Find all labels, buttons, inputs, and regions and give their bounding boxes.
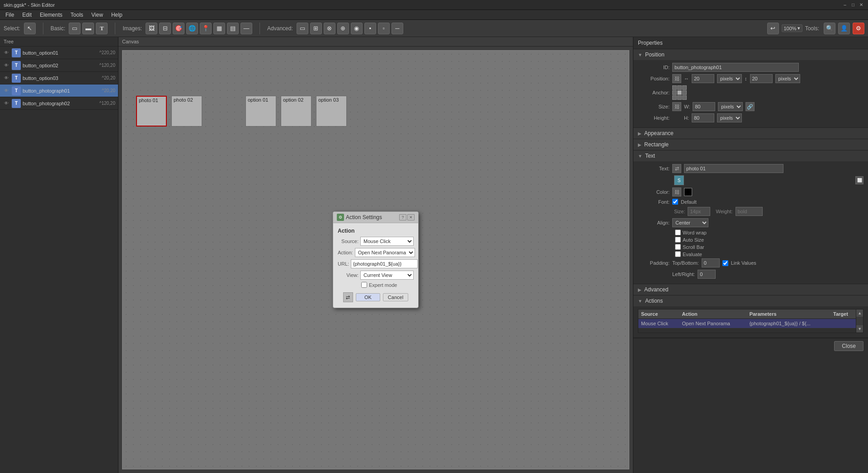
evaluate-checkbox[interactable]: [675, 251, 681, 257]
scroll-bar-checkbox[interactable]: [675, 244, 681, 250]
actions-scroll-down[interactable]: ▼: [856, 325, 863, 333]
tool-search-btn[interactable]: 🔍: [824, 23, 835, 34]
width-unit-select[interactable]: pixels: [718, 102, 743, 111]
anchor-tc[interactable]: [677, 85, 682, 90]
basic-btn-1[interactable]: ▭: [69, 23, 80, 34]
actions-scroll-up[interactable]: ▲: [856, 309, 863, 317]
position-link-icon[interactable]: ⛓: [672, 74, 681, 83]
basic-btn-2[interactable]: ▬: [82, 23, 94, 34]
anchor-mc[interactable]: [677, 90, 682, 95]
position-section-header[interactable]: ▼ Position: [633, 49, 868, 60]
adv-btn-7[interactable]: ▫: [378, 23, 390, 34]
dialog-view-select[interactable]: Current View New Window: [360, 271, 414, 280]
text-align-icon[interactable]: ⬜: [855, 176, 863, 184]
height-unit-select[interactable]: pixels: [717, 113, 742, 122]
img-btn-1[interactable]: 🖼: [146, 23, 157, 34]
menu-help[interactable]: Help: [108, 11, 126, 19]
anchor-bc[interactable]: [677, 95, 682, 100]
minimize-button[interactable]: –: [842, 1, 848, 8]
appearance-section-header[interactable]: ▶ Appearance: [633, 128, 868, 139]
dialog-help-button[interactable]: ?: [399, 214, 406, 220]
id-input[interactable]: [672, 63, 799, 72]
adv-btn-2[interactable]: ⊞: [310, 23, 322, 34]
link-values-checkbox[interactable]: [722, 260, 728, 266]
left-right-input[interactable]: [698, 270, 716, 279]
adv-btn-5[interactable]: ◉: [351, 23, 363, 34]
width-input[interactable]: [693, 102, 715, 111]
height-input[interactable]: [692, 113, 714, 122]
img-btn-2[interactable]: ⊟: [159, 23, 171, 34]
tool-user-btn[interactable]: 👤: [838, 23, 850, 34]
img-btn-4[interactable]: 🌐: [186, 23, 198, 34]
dialog-expert-checkbox[interactable]: [361, 282, 367, 288]
menu-file[interactable]: File: [2, 11, 18, 19]
dialog-share-button[interactable]: ⇄: [343, 292, 353, 302]
anchor-mr[interactable]: [682, 90, 687, 95]
anchor-br[interactable]: [682, 95, 687, 100]
advanced-section-header[interactable]: ▶ Advanced: [633, 284, 868, 295]
tree-item-4[interactable]: 👁 T button_photograph02 ^120,20: [0, 97, 118, 110]
align-select[interactable]: Center Left Right: [672, 218, 708, 227]
action-row-0[interactable]: Mouse Click Open Next Panorama {photogra…: [638, 319, 856, 328]
img-btn-3[interactable]: 🎯: [173, 23, 184, 34]
font-weight-input[interactable]: [736, 207, 763, 216]
dialog-close-button[interactable]: ✕: [407, 214, 415, 220]
menu-elements[interactable]: Elements: [36, 11, 66, 19]
adv-btn-1[interactable]: ▭: [297, 23, 308, 34]
tree-item-3[interactable]: 👁 T button_photograph01 ^20,20: [0, 84, 118, 97]
img-btn-7[interactable]: ▤: [227, 23, 239, 34]
anchor-tl[interactable]: [672, 85, 677, 90]
rectangle-section-header[interactable]: ▶ Rectangle: [633, 139, 868, 150]
color-link-icon[interactable]: ⛓: [672, 187, 681, 197]
dialog-source-select[interactable]: Mouse Click Mouse Over Mouse Out: [360, 237, 414, 246]
img-btn-8[interactable]: —: [241, 23, 252, 34]
close-button[interactable]: ✕: [858, 1, 864, 8]
auto-size-checkbox[interactable]: [675, 237, 681, 243]
aspect-ratio-icon[interactable]: 🔗: [745, 102, 755, 111]
zoom-chevron[interactable]: ▾: [797, 25, 800, 31]
size-link-icon[interactable]: ⛓: [672, 102, 681, 111]
font-size-input[interactable]: [688, 207, 710, 216]
tree-item-1[interactable]: 👁 T button_option02 ^120,20: [0, 59, 118, 72]
undo-button[interactable]: ↩: [767, 23, 779, 34]
action-row-1[interactable]: [638, 328, 856, 333]
img-btn-5[interactable]: 📍: [200, 23, 212, 34]
maximize-button[interactable]: □: [850, 1, 856, 8]
anchor-ml[interactable]: [672, 90, 677, 95]
zoom-control[interactable]: 100% ▾: [782, 24, 802, 32]
top-bottom-input[interactable]: [702, 258, 720, 267]
adv-btn-4[interactable]: ⊕: [337, 23, 349, 34]
y-input[interactable]: [750, 74, 773, 83]
dialog-cancel-button[interactable]: Cancel: [383, 293, 408, 301]
adv-btn-3[interactable]: ⊗: [324, 23, 335, 34]
dialog-url-input[interactable]: [351, 259, 418, 268]
anchor-grid[interactable]: [672, 85, 687, 100]
dialog-action-select[interactable]: Open Next Panorama Open URL Play Sound: [355, 248, 415, 257]
x-unit-select[interactable]: pixels: [717, 74, 742, 83]
text-share-icon[interactable]: ⇄: [672, 164, 681, 173]
tool-extra-btn[interactable]: ⚙: [853, 23, 864, 34]
x-input[interactable]: [692, 74, 714, 83]
word-wrap-checkbox[interactable]: [675, 229, 681, 235]
anchor-bl[interactable]: [672, 95, 677, 100]
color-swatch[interactable]: [684, 188, 692, 196]
text-value-input[interactable]: [684, 164, 783, 173]
basic-btn-3[interactable]: T: [96, 23, 108, 34]
menu-tools[interactable]: Tools: [67, 11, 87, 19]
adv-btn-6[interactable]: ▪: [364, 23, 376, 34]
close-button[interactable]: Close: [834, 341, 863, 351]
menu-view[interactable]: View: [88, 11, 107, 19]
adv-btn-8[interactable]: ─: [392, 23, 403, 34]
dialog-ok-button[interactable]: OK: [356, 293, 380, 301]
actions-section-header[interactable]: ▼ Actions: [633, 295, 868, 306]
img-btn-6[interactable]: ▦: [213, 23, 225, 34]
menu-edit[interactable]: Edit: [19, 11, 35, 19]
tree-item-2[interactable]: 👁 T button_option03 ^20,20: [0, 72, 118, 84]
select-tool-button[interactable]: ↖: [24, 23, 36, 34]
canvas-content[interactable]: photo 01 photo 02 option 01 option 02 op…: [122, 50, 629, 469]
text-script-icon[interactable]: S: [674, 175, 684, 185]
y-unit-select[interactable]: pixels: [775, 74, 800, 83]
anchor-tr[interactable]: [682, 85, 687, 90]
tree-item-0[interactable]: 👁 T button_option01 ^220,20: [0, 47, 118, 59]
text-section-header[interactable]: ▼ Text: [633, 150, 868, 161]
